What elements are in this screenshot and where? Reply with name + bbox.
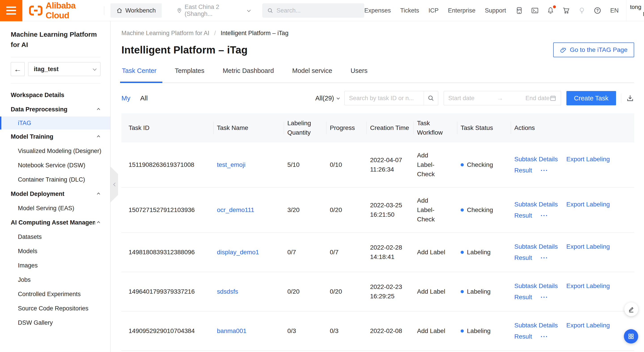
- sidebar-item-visualized-modeling[interactable]: Visualized Modeling (Designer): [0, 144, 110, 158]
- language-selector[interactable]: EN: [610, 7, 619, 14]
- lightbulb-icon[interactable]: [578, 7, 586, 14]
- sidebar-item-controlled-experiments[interactable]: Controlled Experiments: [0, 287, 110, 301]
- download-icon[interactable]: [626, 94, 634, 102]
- status-dot-icon: [461, 330, 464, 332]
- sidebar-item-model-deployment[interactable]: Model Deployment: [0, 187, 110, 201]
- date-range-picker[interactable]: Start date → End date: [444, 91, 561, 105]
- labeling-quantity: 5/10: [287, 152, 330, 178]
- sidebar-divider: [11, 83, 100, 84]
- more-actions-icon[interactable]: ···: [540, 212, 548, 219]
- logo-text: Alibaba Cloud: [46, 1, 98, 20]
- table-row: 1498180839312388096 display_demo1 0/7 0/…: [122, 233, 634, 272]
- mobile-app-icon[interactable]: APP: [516, 7, 523, 14]
- subtask-details-link[interactable]: Subtask Details: [514, 201, 558, 208]
- console-terminal-icon[interactable]: [531, 7, 539, 14]
- tab-task-center[interactable]: Task Center: [122, 67, 157, 82]
- task-search-input[interactable]: [344, 91, 424, 105]
- sidebar-item-models[interactable]: Models: [0, 244, 110, 258]
- tab-metric-dashboard[interactable]: Metric Dashboard: [222, 67, 274, 82]
- sidebar-item-source-code-repositories[interactable]: Source Code Repositories: [0, 301, 110, 316]
- sidebar-item-container-training[interactable]: Container Training (DLC): [0, 172, 110, 187]
- workbench-button[interactable]: Workbench: [110, 3, 162, 18]
- status-badge: Checking: [461, 205, 508, 215]
- main-content: Machine Learning Platform for AI / Intel…: [111, 21, 644, 352]
- chevron-down-icon: [336, 96, 340, 100]
- more-actions-icon[interactable]: ···: [540, 167, 548, 174]
- more-actions-icon[interactable]: ···: [540, 294, 548, 300]
- create-task-button[interactable]: Create Task: [566, 91, 616, 105]
- alibaba-cloud-logo[interactable]: Alibaba Cloud: [29, 1, 98, 20]
- progress: 0/10: [330, 152, 370, 178]
- sidebar-item-datasets[interactable]: Datasets: [0, 230, 110, 244]
- workspace-select[interactable]: itag_test: [28, 62, 100, 76]
- tab-model-service[interactable]: Model service: [292, 67, 333, 82]
- cart-icon[interactable]: [562, 7, 570, 14]
- task-name-link[interactable]: ocr_demo111: [217, 206, 254, 213]
- status-dot-icon: [461, 208, 464, 212]
- user-account[interactable]: tong N: [626, 3, 644, 18]
- nav-tickets[interactable]: Tickets: [400, 7, 419, 14]
- status-badge: Labeling: [461, 287, 508, 296]
- global-search[interactable]: [262, 3, 364, 18]
- col-labeling-quantity: Labeling Quantity: [287, 114, 330, 142]
- back-arrow-button[interactable]: ←: [11, 62, 24, 76]
- notifications-bell-icon[interactable]: [547, 7, 554, 14]
- status-filter-dropdown[interactable]: All(29): [315, 94, 339, 102]
- nav-icp[interactable]: ICP: [428, 7, 438, 14]
- sidebar-item-itag[interactable]: iTAG: [0, 116, 110, 130]
- tab-users[interactable]: Users: [350, 67, 368, 82]
- subtask-details-link[interactable]: Subtask Details: [514, 322, 558, 329]
- svg-text:APP: APP: [517, 9, 522, 11]
- sidebar-divider: [11, 57, 100, 57]
- header-nav: Expenses Tickets ICP Enterprise Support: [364, 7, 506, 14]
- app-launcher-button[interactable]: [624, 329, 638, 344]
- region-label: East China 2 (Shangh...: [185, 4, 245, 18]
- more-actions-icon[interactable]: ···: [540, 333, 548, 340]
- feedback-pencil-button[interactable]: [624, 302, 638, 316]
- sidebar-item-jobs[interactable]: Jobs: [0, 272, 110, 287]
- paperclip-icon: [560, 46, 567, 53]
- scope-my[interactable]: My: [122, 94, 130, 102]
- scope-all[interactable]: All: [140, 94, 148, 102]
- go-to-itag-page-button[interactable]: Go to the iTAG Page: [553, 42, 634, 57]
- nav-support[interactable]: Support: [485, 7, 506, 14]
- task-name-link[interactable]: banma001: [217, 328, 246, 334]
- nav-expenses[interactable]: Expenses: [364, 7, 391, 14]
- date-arrow: →: [474, 95, 526, 102]
- sidebar-item-notebook-service[interactable]: Notebook Service (DSW): [0, 158, 110, 172]
- global-search-input[interactable]: [276, 7, 359, 14]
- task-workflow: Add Label: [417, 239, 461, 265]
- alibaba-cloud-logo-icon: [29, 6, 42, 16]
- subtask-details-link[interactable]: Subtask Details: [514, 243, 558, 250]
- subtask-details-link[interactable]: Subtask Details: [514, 156, 558, 162]
- sidebar-item-workspace-details[interactable]: Workspace Details: [0, 88, 110, 102]
- calendar-icon: [550, 95, 556, 102]
- more-actions-icon[interactable]: ···: [540, 254, 548, 261]
- tab-templates[interactable]: Templates: [174, 67, 205, 82]
- svg-text:?: ?: [596, 8, 599, 13]
- creation-time: 2022-02-08: [370, 318, 417, 344]
- sidebar-item-data-preprocessing[interactable]: Data Preprocessing: [0, 102, 110, 116]
- help-icon[interactable]: ?: [594, 7, 601, 14]
- workbench-label: Workbench: [126, 7, 156, 14]
- breadcrumb-parent[interactable]: Machine Learning Platform for AI: [122, 30, 209, 36]
- progress: 0/7: [330, 239, 370, 265]
- sidebar-item-images[interactable]: Images: [0, 258, 110, 272]
- sidebar-item-dsw-gallery[interactable]: DSW Gallery: [0, 316, 110, 330]
- task-name-link[interactable]: sdsdsfs: [217, 288, 238, 295]
- sidebar-item-model-training[interactable]: Model Training: [0, 130, 110, 144]
- task-name-link[interactable]: test_emoji: [217, 161, 246, 168]
- chevron-up-icon: [97, 192, 100, 196]
- home-icon: [116, 8, 122, 14]
- table-header: Task ID Task Name Labeling Quantity Prog…: [122, 114, 634, 142]
- nav-enterprise[interactable]: Enterprise: [448, 7, 476, 14]
- col-creation-time: Creation Time: [370, 118, 417, 138]
- hamburger-menu-icon[interactable]: [0, 0, 22, 21]
- task-search-button[interactable]: [424, 91, 438, 105]
- region-selector[interactable]: East China 2 (Shangh...: [176, 4, 250, 18]
- sidebar-item-model-serving[interactable]: Model Serving (EAS): [0, 201, 110, 215]
- sidebar-item-ai-computing-asset-management[interactable]: AI Computing Asset Managem: [0, 215, 110, 230]
- task-name-link[interactable]: display_demo1: [217, 249, 259, 256]
- subtask-details-link[interactable]: Subtask Details: [514, 282, 558, 290]
- col-actions: Actions: [514, 118, 634, 138]
